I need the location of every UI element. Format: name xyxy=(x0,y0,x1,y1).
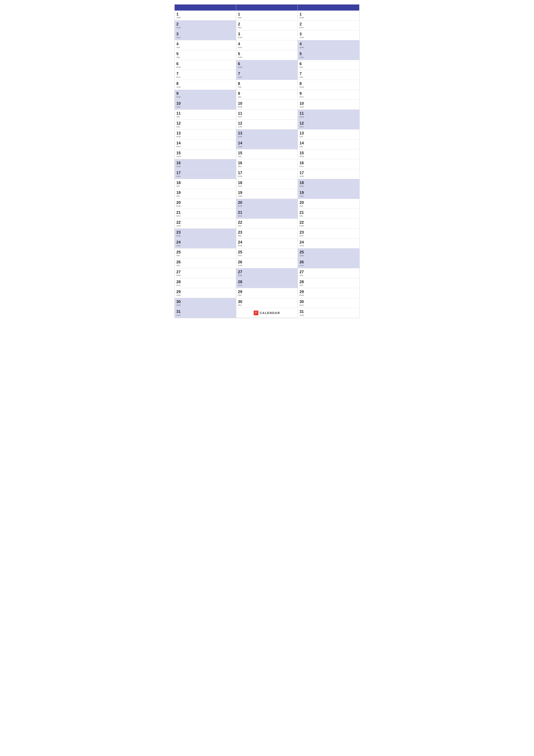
day-name: RAB xyxy=(176,136,234,138)
day-number: 20 xyxy=(238,201,296,205)
day-number: 22 xyxy=(299,220,358,225)
day-number: 11 xyxy=(238,111,296,116)
day-number: 2 xyxy=(238,22,296,27)
day-name: SAB xyxy=(238,66,296,68)
day-name: AHA xyxy=(238,146,296,148)
day-number: 26 xyxy=(299,260,358,265)
day-row: 19 JUM xyxy=(236,189,297,199)
day-number: 11 xyxy=(176,111,234,116)
day-name: SAB xyxy=(176,165,234,168)
day-number: 1 xyxy=(299,12,358,17)
day-number: 16 xyxy=(238,161,296,166)
disember-days-col: 1 RAB 2 KHA 3 JUM 4 SAB 5 AHA 6 ISN 7 SE… xyxy=(298,11,359,318)
day-number: 29 xyxy=(176,290,234,294)
day-row: 15 ISN xyxy=(236,149,297,159)
day-name: JUM xyxy=(299,175,358,177)
day-row: 1 RAB xyxy=(298,11,359,20)
day-number: 12 xyxy=(238,121,296,126)
day-number: 13 xyxy=(176,131,234,136)
day-number: 10 xyxy=(176,101,234,106)
day-row: 12 JUM xyxy=(236,120,297,129)
day-name: KHA xyxy=(176,146,234,148)
day-name: KHA xyxy=(299,96,358,98)
day-number: 1 xyxy=(176,12,234,17)
day-number: 18 xyxy=(299,180,358,185)
day-number: 27 xyxy=(238,270,296,275)
day-name: JUM xyxy=(176,16,234,19)
day-number: 24 xyxy=(176,240,234,245)
day-name: SEL xyxy=(176,56,234,58)
day-name: RAB xyxy=(238,175,296,177)
month-header-november xyxy=(236,5,298,11)
day-name: SEL xyxy=(299,146,358,148)
day-name: SEL xyxy=(176,195,234,197)
day-row: 21 SEL xyxy=(298,209,359,219)
day-number: 17 xyxy=(238,171,296,176)
day-row: 1 ISN xyxy=(236,11,297,20)
day-row: 23 SEL xyxy=(236,229,297,239)
day-name: JUM xyxy=(299,106,358,108)
day-row: 27 RAB xyxy=(175,268,236,278)
day-row: 3 AHA xyxy=(175,30,236,40)
day-row: 14 SEL xyxy=(298,139,359,149)
day-row: 19 SEL xyxy=(175,189,236,199)
day-number: 3 xyxy=(299,32,358,37)
month-header-oktober xyxy=(175,5,236,11)
day-name: KHA xyxy=(238,185,296,187)
day-name: RAB xyxy=(238,245,296,247)
day-row: 13 SAB xyxy=(236,129,297,139)
day-name: KHA xyxy=(299,165,358,168)
day-name: AHA xyxy=(299,56,358,58)
day-row: 28 SEL xyxy=(298,278,359,288)
day-row: 29 JUM xyxy=(175,288,236,298)
day-number: 30 xyxy=(299,300,358,304)
day-row: 19 AHA xyxy=(298,189,359,199)
day-number: 22 xyxy=(176,220,234,225)
day-name: SAB xyxy=(176,235,234,237)
day-row: 28 AHA xyxy=(236,278,297,288)
day-row: 25 SAB xyxy=(298,249,359,258)
day-row: 7 SEL xyxy=(298,70,359,80)
day-number: 4 xyxy=(299,42,358,46)
day-number: 23 xyxy=(176,230,234,235)
day-number: 7 xyxy=(299,71,358,76)
day-row: 5 JUM xyxy=(236,50,297,60)
day-name: AHA xyxy=(238,284,296,286)
day-name: SAB xyxy=(176,304,234,306)
day-number: 23 xyxy=(299,230,358,235)
day-row: 20 ISN xyxy=(298,199,359,209)
day-name: AHA xyxy=(176,106,234,108)
day-number: 12 xyxy=(176,121,234,126)
oktober-days-col: 1 JUM 2 SAB 3 AHA 4 ISN 5 SEL 6 RAB 7 KH… xyxy=(175,11,236,318)
day-name: JUM xyxy=(176,294,234,296)
day-number: 31 xyxy=(299,310,358,314)
day-row: 8 JUM xyxy=(175,80,236,90)
day-number: 30 xyxy=(238,300,296,304)
day-name: JUM xyxy=(176,86,234,88)
day-number: 17 xyxy=(176,171,234,176)
day-name: AHA xyxy=(176,245,234,247)
day-row: 16 SAB xyxy=(175,159,236,169)
day-name: JUM xyxy=(238,195,296,197)
day-name: SEL xyxy=(238,304,296,306)
day-row: 25 ISN xyxy=(175,249,236,258)
day-name: SAB xyxy=(238,136,296,138)
day-row: 21 KHA xyxy=(175,209,236,219)
day-name: SEL xyxy=(176,126,234,128)
day-row: 30 SAB xyxy=(175,298,236,308)
day-number: 27 xyxy=(299,270,358,275)
day-row: 27 SAB xyxy=(236,268,297,278)
day-row: 23 KHA xyxy=(298,229,359,239)
day-number: 30 xyxy=(176,300,234,304)
day-row: 18 SAB xyxy=(298,179,359,189)
day-row: 3 RAB xyxy=(236,30,297,40)
day-row: 22 JUM xyxy=(175,219,236,229)
day-name: ISN xyxy=(238,155,296,157)
day-name: RAB xyxy=(299,225,358,227)
day-number: 25 xyxy=(176,250,234,255)
day-row: 7 AHA xyxy=(236,70,297,80)
day-row: 6 ISN xyxy=(298,60,359,70)
day-number: 28 xyxy=(299,280,358,284)
day-name: ISN xyxy=(238,16,296,19)
day-name: AHA xyxy=(299,195,358,197)
